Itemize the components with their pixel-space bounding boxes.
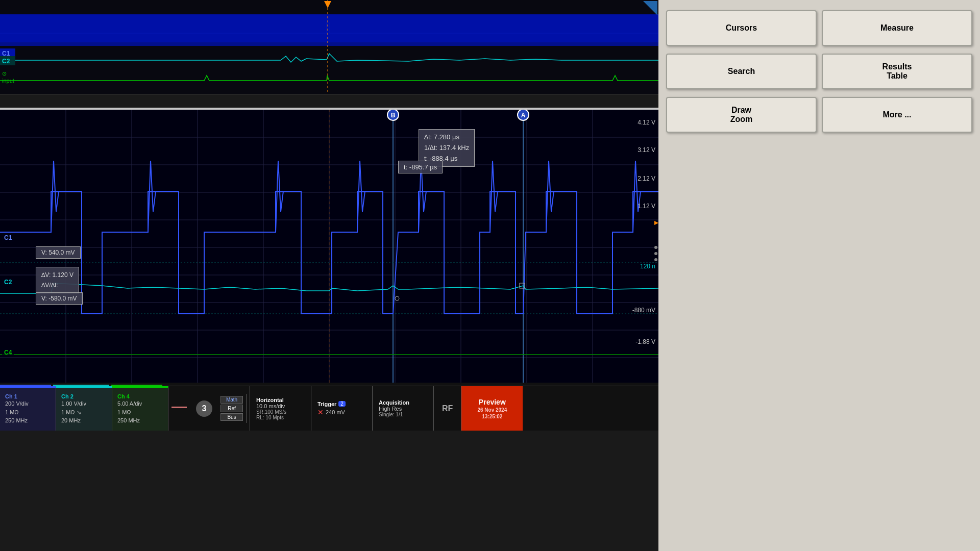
results-table-button[interactable]: Results Table	[822, 54, 972, 89]
voltage-meas-c2: ∆V: 1.120 V ∆V/∆t:	[36, 267, 79, 294]
svg-text:⊙: ⊙	[2, 70, 7, 77]
ch1-waveform-label: C1	[2, 234, 14, 242]
voltage-meas-c1: V: 540.0 mV	[36, 246, 81, 259]
preview-label: Preview	[479, 398, 506, 406]
trigger-info[interactable]: Trigger 2 ✕ 240 mV	[311, 386, 373, 431]
svg-point-46	[654, 258, 657, 261]
horizontal-tpdiv: 10.0 ms/div	[256, 403, 305, 409]
math-ref-bus: Math Ref Bus	[217, 394, 247, 423]
badge-3: 3	[196, 400, 212, 417]
c1-voltage: V: 540.0 mV	[41, 249, 75, 256]
draw-zoom-button[interactable]: Draw Zoom	[666, 97, 817, 133]
ch1-name: Ch 1	[5, 393, 51, 399]
v-label-7: -1.88 V	[635, 338, 655, 345]
trigger-cross-icon: ✕	[317, 408, 324, 416]
search-button[interactable]: Search	[666, 54, 817, 89]
horizontal-info[interactable]: Horizontal 10.0 ms/div SR:100 MS/s RL: 1…	[250, 386, 311, 431]
math-button[interactable]: Math	[220, 396, 243, 404]
v-label-4: 1.12 V	[638, 203, 655, 210]
acquisition-mode: High Res	[379, 406, 427, 412]
ch4-name: Ch 4	[117, 393, 163, 399]
ch2-detail: 1.00 V/div 1 MΩ ↘ 20 MHz	[61, 399, 107, 425]
cursors-button[interactable]: Cursors	[666, 10, 817, 46]
overview-strip: C1 C2 ⊙ input	[0, 0, 658, 94]
preview-time: 13:25:02	[482, 414, 502, 419]
ch2-info[interactable]: Ch 2 1.00 V/div 1 MΩ ↘ 20 MHz	[56, 386, 112, 431]
ch4-detail: 5.00 A/div 1 MΩ 250 MHz	[117, 399, 163, 425]
trigger-badge: 2	[338, 401, 346, 407]
trigger-label: Trigger	[317, 401, 336, 407]
ref-button[interactable]: Ref	[220, 405, 243, 412]
horizontal-sr: SR:100 MS/s	[256, 409, 305, 415]
svg-text:B: B	[391, 112, 396, 119]
pink-line	[172, 407, 187, 408]
ch1-detail: 200 V/div 1 MΩ 250 MHz	[5, 399, 51, 425]
horizontal-rl: RL: 10 Mpts	[256, 415, 305, 420]
c2-voltage: V: -580.0 mV	[41, 295, 77, 302]
ch2-name: Ch 2	[61, 393, 107, 399]
ch4-waveform-label: C4	[2, 348, 14, 357]
math-ref-section: 3 Math Ref Bus	[168, 386, 250, 431]
svg-point-44	[654, 246, 657, 249]
v-label-1: 4.12 V	[638, 119, 655, 126]
acquisition-info[interactable]: Acquisition High Res Single: 1/1	[373, 386, 434, 431]
v-label-3: 2.12 V	[638, 175, 655, 182]
cursor-inv-delta-t: 1/∆t: 137.4 kHz	[424, 143, 469, 154]
rf-box[interactable]: RF	[434, 386, 461, 431]
cursor-delta-t: ∆t: 7.280 µs	[424, 132, 469, 143]
v-label-6: -880 mV	[632, 307, 655, 314]
preview-date: 26 Nov 2024	[477, 407, 507, 413]
svg-text:C2: C2	[2, 58, 10, 65]
v-label-2: 3.12 V	[638, 146, 655, 154]
ch2-waveform-label: C2	[2, 278, 14, 286]
more-button[interactable]: More ...	[822, 97, 972, 133]
ch4-info[interactable]: Ch 4 5.00 A/div 1 MΩ 250 MHz	[112, 386, 168, 431]
svg-text:input: input	[2, 78, 14, 84]
svg-text:C1: C1	[2, 50, 10, 57]
acquisition-detail: Single: 1/1	[379, 412, 427, 417]
svg-rect-2	[0, 14, 658, 42]
svg-point-45	[654, 252, 657, 255]
right-panel: Cursors Measure Search Results Table Dra…	[658, 0, 980, 551]
horizontal-label: Horizontal	[256, 397, 305, 403]
cursor-t-b: t: -895.7 µs	[404, 163, 437, 171]
ch1-info[interactable]: Ch 1 200 V/div 1 MΩ 250 MHz	[0, 386, 56, 431]
measure-button[interactable]: Measure	[822, 10, 972, 46]
bus-button[interactable]: Bus	[220, 413, 243, 421]
waveform-area: B A C1 C2 C4 4.12 V 3.12 V 2.12 V 1.12 V…	[0, 110, 658, 385]
preview-button[interactable]: Preview 26 Nov 2024 13:25:02	[461, 386, 523, 431]
cursor-b-info: t: -895.7 µs	[398, 161, 443, 173]
status-bar: Ch 1 200 V/div 1 MΩ 250 MHz Ch 2 1.00 V/…	[0, 386, 658, 431]
c2-dvdt: ∆V/∆t:	[41, 280, 74, 290]
svg-text:A: A	[521, 112, 526, 119]
c2-delta-v: ∆V: 1.120 V	[41, 270, 74, 280]
rf-label: RF	[442, 404, 453, 413]
acquisition-label: Acquisition	[379, 399, 427, 406]
trigger-value: 240 mV	[326, 409, 345, 415]
v-label-5: 120 n	[640, 263, 655, 270]
voltage-meas-c2b: V: -580.0 mV	[36, 292, 83, 305]
